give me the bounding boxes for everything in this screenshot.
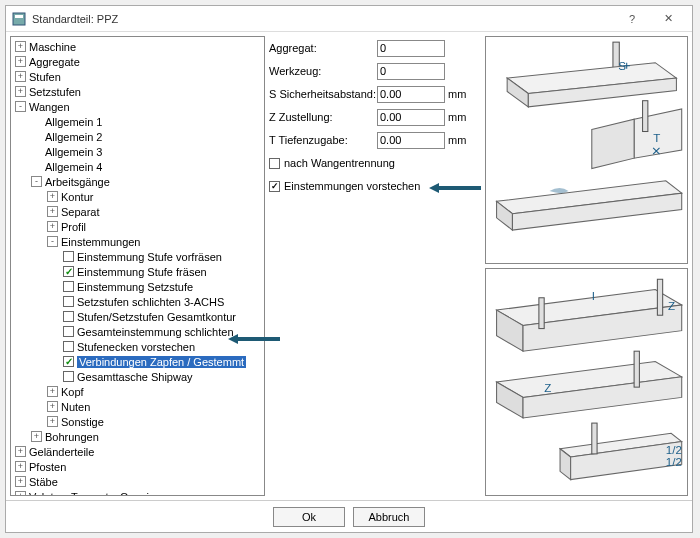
collapse-icon[interactable]: - xyxy=(31,176,42,187)
help-button[interactable]: ? xyxy=(614,7,650,31)
vorstechen-checkbox[interactable] xyxy=(269,181,280,192)
tree-item[interactable]: Stufen/Setzstufen Gesamtkontur xyxy=(11,309,264,324)
tree-item[interactable]: Gesamttasche Shipway xyxy=(11,369,264,384)
cancel-button[interactable]: Abbruch xyxy=(353,507,425,527)
diagram-top: S T xyxy=(485,36,688,264)
tree-item[interactable]: +Stufen xyxy=(11,69,264,84)
tree-item[interactable]: +Geländerteile xyxy=(11,444,264,459)
wangentrennung-checkbox[interactable] xyxy=(269,158,280,169)
tree-checkbox[interactable] xyxy=(63,326,74,337)
tree-item[interactable]: +Bohrungen xyxy=(11,429,264,444)
tree-item[interactable]: Allgemein 4 xyxy=(11,159,264,174)
tree-item-label: Pfosten xyxy=(29,461,66,473)
svg-text:I: I xyxy=(592,290,595,302)
tree-item[interactable]: Verbindungen Zapfen / Gestemmt xyxy=(11,354,264,369)
tree-item-label: Allgemein 1 xyxy=(45,116,102,128)
tree-item[interactable]: Allgemein 2 xyxy=(11,129,264,144)
expand-icon[interactable]: + xyxy=(15,41,26,52)
tree-item-label: Stäbe xyxy=(29,476,58,488)
z-unit: mm xyxy=(448,111,466,123)
expand-icon[interactable]: + xyxy=(15,491,26,496)
tree-item[interactable]: Einstemmung Stufe vorfräsen xyxy=(11,249,264,264)
tree-item[interactable]: +Pfosten xyxy=(11,459,264,474)
aggregat-input[interactable] xyxy=(377,40,445,57)
tree-item-label: Geländerteile xyxy=(29,446,94,458)
tree-item[interactable]: Allgemein 1 xyxy=(11,114,264,129)
tree-checkbox[interactable] xyxy=(63,296,74,307)
tree-item[interactable]: Setzstufen schlichten 3-ACHS xyxy=(11,294,264,309)
tree-item-label: Stufen/Setzstufen Gesamtkontur xyxy=(77,311,236,323)
tree-item[interactable]: Stufenecken vorstechen xyxy=(11,339,264,354)
werkzeug-input[interactable] xyxy=(377,63,445,80)
titlebar: Standardteil: PPZ ? ✕ xyxy=(6,6,692,32)
tree-item-label: Wangen xyxy=(29,101,70,113)
tree-item[interactable]: +Separat xyxy=(11,204,264,219)
tree-item[interactable]: +Volutes, Turnouts, Cappings xyxy=(11,489,264,496)
tree-checkbox[interactable] xyxy=(63,281,74,292)
s-input[interactable] xyxy=(377,86,445,103)
tree-checkbox[interactable] xyxy=(63,356,74,367)
tree-item[interactable]: +Kopf xyxy=(11,384,264,399)
tree-item[interactable]: +Kontur xyxy=(11,189,264,204)
tree-item-label: Allgemein 2 xyxy=(45,131,102,143)
expand-icon[interactable]: + xyxy=(47,401,58,412)
expand-icon[interactable]: + xyxy=(15,461,26,472)
expand-icon[interactable]: + xyxy=(47,221,58,232)
expand-icon[interactable]: + xyxy=(47,191,58,202)
tree-item[interactable]: -Einstemmungen xyxy=(11,234,264,249)
tree-item-label: Allgemein 4 xyxy=(45,161,102,173)
collapse-icon[interactable]: - xyxy=(15,101,26,112)
z-input[interactable] xyxy=(377,109,445,126)
tree-item[interactable]: -Wangen xyxy=(11,99,264,114)
svg-rect-9 xyxy=(643,101,648,132)
tree-item-label: Aggregate xyxy=(29,56,80,68)
arrow-tree-selected xyxy=(228,333,280,345)
collapse-icon[interactable]: - xyxy=(47,236,58,247)
expand-icon[interactable]: + xyxy=(47,416,58,427)
tree-checkbox[interactable] xyxy=(63,341,74,352)
tree-item-label: Gesamteinstemmung schlichten xyxy=(77,326,234,338)
tree-item-label: Einstemmung Stufe vorfräsen xyxy=(77,251,222,263)
tree-item-label: Einstemmung Stufe fräsen xyxy=(77,266,207,278)
tree-item[interactable]: +Nuten xyxy=(11,399,264,414)
expand-icon[interactable]: + xyxy=(15,476,26,487)
expand-icon[interactable]: + xyxy=(15,446,26,457)
tree-item[interactable]: +Sonstige xyxy=(11,414,264,429)
tree-item-label: Maschine xyxy=(29,41,76,53)
tree-item[interactable]: Gesamteinstemmung schlichten xyxy=(11,324,264,339)
expand-icon[interactable]: + xyxy=(31,431,42,442)
tree-item[interactable]: +Setzstufen xyxy=(11,84,264,99)
expand-icon[interactable]: + xyxy=(15,71,26,82)
expand-icon[interactable]: + xyxy=(47,206,58,217)
expand-icon[interactable]: + xyxy=(47,386,58,397)
svg-text:Z: Z xyxy=(668,300,675,312)
ok-button[interactable]: Ok xyxy=(273,507,345,527)
tree-checkbox[interactable] xyxy=(63,311,74,322)
tree-item[interactable]: +Stäbe xyxy=(11,474,264,489)
tree-panel[interactable]: +Maschine+Aggregate+Stufen+Setzstufen-Wa… xyxy=(10,36,265,496)
tree-item-label: Einstemmung Setzstufe xyxy=(77,281,193,293)
tree-item[interactable]: +Aggregate xyxy=(11,54,264,69)
tree-item[interactable]: -Arbeitsgänge xyxy=(11,174,264,189)
expand-icon[interactable]: + xyxy=(15,86,26,97)
tree-item[interactable]: Einstemmung Stufe fräsen xyxy=(11,264,264,279)
tree-item-label: Separat xyxy=(61,206,100,218)
t-unit: mm xyxy=(448,134,466,146)
content-area: +Maschine+Aggregate+Stufen+Setzstufen-Wa… xyxy=(6,32,692,500)
tree-checkbox[interactable] xyxy=(63,371,74,382)
tree-item-label: Volutes, Turnouts, Cappings xyxy=(29,491,167,497)
tree-item-label: Kontur xyxy=(61,191,93,203)
svg-marker-32 xyxy=(429,183,481,193)
tree-item[interactable]: +Maschine xyxy=(11,39,264,54)
tree-checkbox[interactable] xyxy=(63,266,74,277)
close-button[interactable]: ✕ xyxy=(650,7,686,31)
svg-rect-18 xyxy=(539,298,544,329)
diagram-column: S T xyxy=(485,36,688,496)
tree-item[interactable]: +Profil xyxy=(11,219,264,234)
form-column: Aggregat: Werkzeug: S Sicherheitsabstand… xyxy=(269,36,479,496)
expand-icon[interactable]: + xyxy=(15,56,26,67)
t-input[interactable] xyxy=(377,132,445,149)
tree-item[interactable]: Einstemmung Setzstufe xyxy=(11,279,264,294)
tree-item[interactable]: Allgemein 3 xyxy=(11,144,264,159)
tree-checkbox[interactable] xyxy=(63,251,74,262)
